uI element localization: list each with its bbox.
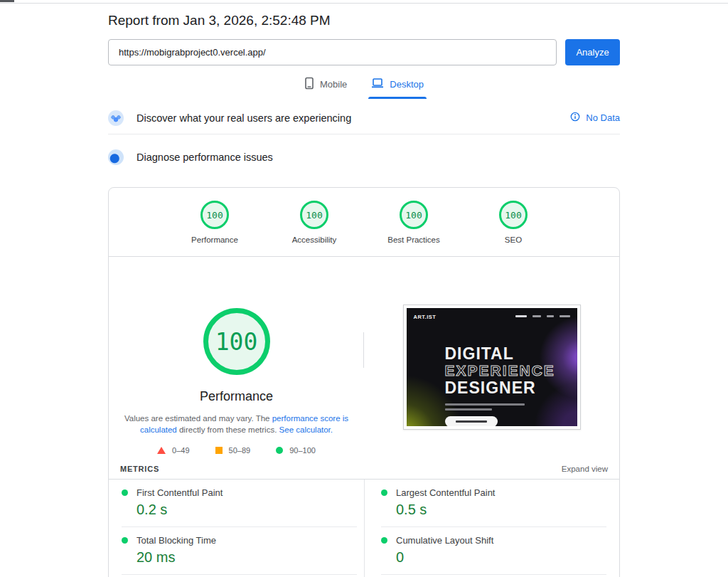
lighthouse-report-card: 100 Performance 100 Accessibility 100 Be… bbox=[108, 187, 620, 577]
pass-dot-icon bbox=[122, 489, 128, 496]
legend-pass-range: 90–100 bbox=[289, 446, 316, 455]
metrics-column-right: Largest Contentful Paint 0.5 s Cumulativ… bbox=[364, 480, 619, 577]
caption-text-mid: directly from these metrics. bbox=[177, 425, 279, 434]
fail-triangle-icon bbox=[157, 447, 166, 454]
thumb-nav-item bbox=[560, 315, 570, 317]
score-legend: 0–49 50–89 90–100 bbox=[157, 446, 316, 455]
field-data-title: Discover what your real users are experi… bbox=[136, 112, 351, 124]
analyze-bar: Analyze bbox=[108, 39, 620, 65]
pass-circle-icon bbox=[276, 447, 283, 454]
field-data-section-header[interactable]: Discover what your real users are experi… bbox=[108, 102, 620, 134]
pass-dot-icon bbox=[122, 537, 128, 544]
thumb-nav-item bbox=[515, 315, 527, 317]
performance-score-label: Performance bbox=[191, 235, 238, 244]
accessibility-score-gauge: 100 bbox=[300, 201, 328, 229]
performance-main-gauge[interactable]: 100 bbox=[203, 308, 270, 375]
thumb-nav-item bbox=[532, 315, 541, 317]
metric-name: Largest Contentful Paint bbox=[396, 487, 495, 498]
category-performance[interactable]: 100 Performance bbox=[183, 201, 247, 244]
tab-desktop-label: Desktop bbox=[390, 79, 424, 90]
pass-dot-icon bbox=[381, 537, 387, 544]
tab-desktop[interactable]: Desktop bbox=[371, 77, 424, 99]
legend-pass: 90–100 bbox=[276, 446, 316, 455]
average-square-icon bbox=[215, 447, 223, 454]
no-data-status[interactable]: No Data bbox=[570, 112, 620, 124]
legend-average-range: 50–89 bbox=[229, 446, 251, 455]
metric-value: 0.2 s bbox=[136, 502, 357, 518]
metric-cumulative-layout-shift: Cumulative Layout Shift 0 bbox=[381, 527, 606, 575]
thumb-cta-button bbox=[445, 416, 498, 426]
real-users-icon bbox=[108, 110, 124, 126]
metric-first-contentful-paint: First Contentful Paint 0.2 s bbox=[122, 480, 357, 527]
screenshot-image: ART.IST DIGITAL EXPERIENCE DESIGNER bbox=[407, 308, 577, 426]
performance-gauge-column: 100 Performance Values are estimated and… bbox=[109, 257, 364, 455]
category-best-practices[interactable]: 100 Best Practices bbox=[382, 201, 446, 244]
desktop-laptop-icon bbox=[371, 78, 384, 91]
metrics-title: METRICS bbox=[120, 465, 159, 473]
category-scores-row: 100 Performance 100 Accessibility 100 Be… bbox=[109, 201, 619, 244]
category-seo[interactable]: 100 SEO bbox=[481, 201, 545, 244]
metric-name: Total Blocking Time bbox=[136, 535, 216, 546]
thumb-heading-line3: DESIGNER bbox=[445, 379, 555, 397]
analyze-button[interactable]: Analyze bbox=[565, 39, 620, 65]
performance-score-gauge: 100 bbox=[200, 201, 229, 229]
metrics-header: METRICS Expand view bbox=[109, 455, 619, 479]
page-screenshot-thumbnail[interactable]: ART.IST DIGITAL EXPERIENCE DESIGNER bbox=[403, 305, 581, 430]
report-content: Report from Jan 3, 2026, 2:52:48 PM Anal… bbox=[108, 4, 620, 577]
metric-value: 20 ms bbox=[136, 549, 357, 566]
metric-total-blocking-time: Total Blocking Time 20 ms bbox=[122, 527, 357, 575]
metrics-grid: First Contentful Paint 0.2 s Total Block… bbox=[109, 480, 619, 577]
expand-view-link[interactable]: Expand view bbox=[562, 465, 608, 473]
lab-data-section-header[interactable]: Diagnose performance issues bbox=[108, 143, 620, 171]
metric-name: Cumulative Layout Shift bbox=[396, 535, 493, 546]
url-input[interactable] bbox=[108, 39, 557, 65]
metric-value: 0.5 s bbox=[396, 502, 606, 518]
window-edge-fragment bbox=[0, 0, 14, 2]
tab-mobile[interactable]: Mobile bbox=[304, 77, 347, 99]
best-practices-score-label: Best Practices bbox=[387, 235, 440, 244]
legend-average: 50–89 bbox=[215, 446, 251, 455]
lab-data-title: Diagnose performance issues bbox=[136, 152, 273, 163]
thumb-paragraph-line bbox=[445, 403, 525, 406]
report-title: Report from Jan 3, 2026, 2:52:48 PM bbox=[108, 13, 620, 28]
best-practices-score-gauge: 100 bbox=[400, 201, 428, 229]
screenshot-column: ART.IST DIGITAL EXPERIENCE DESIGNER bbox=[364, 257, 619, 455]
lighthouse-icon bbox=[108, 149, 124, 165]
metric-name: First Contentful Paint bbox=[136, 487, 223, 498]
metric-largest-contentful-paint: Largest Contentful Paint 0.5 s bbox=[381, 480, 606, 527]
thumb-site-logo: ART.IST bbox=[414, 314, 437, 320]
metrics-column-left: First Contentful Paint 0.2 s Total Block… bbox=[109, 480, 364, 577]
thumb-paragraph bbox=[445, 403, 525, 413]
mobile-phone-icon bbox=[304, 77, 314, 92]
info-icon bbox=[570, 112, 580, 124]
device-tabs: Mobile Desktop bbox=[108, 77, 620, 99]
thumb-heading: DIGITAL EXPERIENCE DESIGNER bbox=[445, 345, 555, 396]
pass-dot-icon bbox=[381, 489, 387, 496]
metrics-column-divider bbox=[364, 480, 365, 577]
accessibility-score-label: Accessibility bbox=[292, 235, 337, 244]
thumb-heading-line2: EXPERIENCE bbox=[445, 363, 555, 379]
caption-text: Values are estimated and may vary. The bbox=[124, 414, 272, 423]
seo-score-label: SEO bbox=[505, 235, 522, 244]
seo-score-gauge: 100 bbox=[499, 201, 528, 229]
performance-main-label: Performance bbox=[200, 389, 273, 404]
thumb-heading-line1: DIGITAL bbox=[445, 345, 555, 363]
gauge-caption: Values are estimated and may vary. The p… bbox=[112, 413, 362, 435]
legend-fail: 0–49 bbox=[157, 446, 189, 455]
column-divider bbox=[363, 332, 364, 368]
legend-fail-range: 0–49 bbox=[172, 446, 189, 455]
category-accessibility[interactable]: 100 Accessibility bbox=[282, 201, 346, 244]
thumb-paragraph-line bbox=[445, 408, 492, 411]
tab-mobile-label: Mobile bbox=[320, 79, 347, 90]
thumb-nav-links bbox=[515, 315, 570, 317]
no-data-label: No Data bbox=[586, 112, 620, 123]
metric-value: 0 bbox=[396, 549, 606, 566]
see-calculator-link[interactable]: See calculator. bbox=[279, 425, 333, 434]
thumb-nav-item bbox=[547, 315, 554, 317]
gauge-and-screenshot-row: 100 Performance Values are estimated and… bbox=[109, 257, 619, 455]
